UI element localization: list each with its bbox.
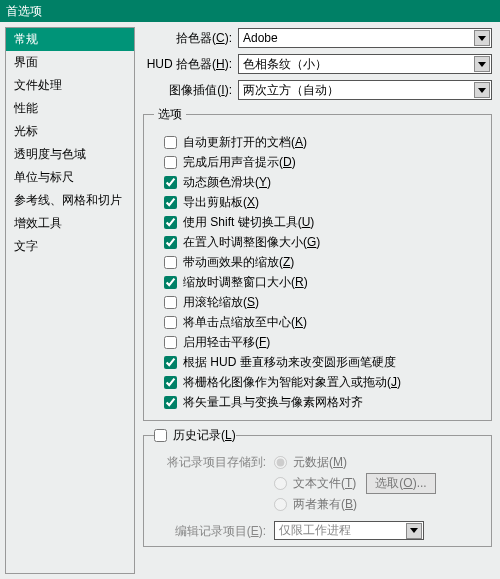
option-checkbox[interactable] [164,256,177,269]
option-label: 根据 HUD 垂直移动来改变圆形画笔硬度 [183,354,396,371]
history-enable-checkbox[interactable] [154,429,167,442]
history-radio-label: 两者兼有(B) [293,496,357,513]
history-radio-label: 元数据(M) [293,454,347,471]
chevron-down-icon [474,56,490,72]
option-label: 使用 Shift 键切换工具(U) [183,214,314,231]
history-edit-combo[interactable]: 仅限工作进程 [274,521,424,540]
history-radio[interactable] [274,456,287,469]
options-group: 选项 自动更新打开的文档(A)完成后用声音提示(D)动态颜色滑块(Y)导出剪贴板… [143,106,492,421]
sidebar-item[interactable]: 光标 [6,120,134,143]
option-row[interactable]: 用滚轮缩放(S) [164,294,481,311]
image-interp-combo[interactable]: 两次立方（自动） [238,80,492,100]
option-row[interactable]: 根据 HUD 垂直移动来改变圆形画笔硬度 [164,354,481,371]
chevron-down-icon [406,523,422,539]
window-title: 首选项 [0,0,500,22]
option-checkbox[interactable] [164,296,177,309]
sidebar-item[interactable]: 性能 [6,97,134,120]
history-radio[interactable] [274,477,287,490]
sidebar-item[interactable]: 参考线、网格和切片 [6,189,134,212]
option-checkbox[interactable] [164,316,177,329]
option-label: 导出剪贴板(X) [183,194,259,211]
option-checkbox[interactable] [164,376,177,389]
image-interp-label: 图像插值(I): [143,82,238,99]
sidebar-item[interactable]: 界面 [6,51,134,74]
option-label: 完成后用声音提示(D) [183,154,296,171]
option-checkbox[interactable] [164,356,177,369]
option-row[interactable]: 导出剪贴板(X) [164,194,481,211]
option-label: 用滚轮缩放(S) [183,294,259,311]
sidebar-item[interactable]: 文件处理 [6,74,134,97]
history-saveto-label: 将记录项目存储到: [154,452,274,515]
option-row[interactable]: 完成后用声音提示(D) [164,154,481,171]
main-panel: 拾色器(C): Adobe HUD 拾色器(H): 色相条纹（小） 图像插值(I… [135,22,500,579]
option-checkbox[interactable] [164,176,177,189]
option-label: 将单击点缩放至中心(K) [183,314,307,331]
options-legend: 选项 [154,106,186,123]
option-row[interactable]: 使用 Shift 键切换工具(U) [164,214,481,231]
option-checkbox[interactable] [164,276,177,289]
history-group: 历史记录(L) 将记录项目存储到: 元数据(M)文本文件(T)选取(O)...两… [143,427,492,547]
history-radio-row[interactable]: 文本文件(T)选取(O)... [274,473,481,494]
chevron-down-icon [474,30,490,46]
sidebar-item[interactable]: 常规 [6,28,134,51]
sidebar-item[interactable]: 文字 [6,235,134,258]
option-label: 将栅格化图像作为智能对象置入或拖动(J) [183,374,401,391]
history-choose-button[interactable]: 选取(O)... [366,473,435,494]
history-radio-label: 文本文件(T) [293,475,356,492]
option-row[interactable]: 将栅格化图像作为智能对象置入或拖动(J) [164,374,481,391]
history-enable-label: 历史记录(L) [173,427,236,444]
option-row[interactable]: 在置入时调整图像大小(G) [164,234,481,251]
history-edit-label: 编辑记录项目(E): [154,521,274,540]
option-label: 自动更新打开的文档(A) [183,134,307,151]
option-row[interactable]: 动态颜色滑块(Y) [164,174,481,191]
color-picker-label: 拾色器(C): [143,30,238,47]
sidebar-item[interactable]: 透明度与色域 [6,143,134,166]
option-row[interactable]: 带动画效果的缩放(Z) [164,254,481,271]
option-checkbox[interactable] [164,216,177,229]
option-label: 带动画效果的缩放(Z) [183,254,294,271]
option-label: 启用轻击平移(F) [183,334,270,351]
option-label: 将矢量工具与变换与像素网格对齐 [183,394,363,411]
history-radio-row[interactable]: 两者兼有(B) [274,496,481,513]
color-picker-combo[interactable]: Adobe [238,28,492,48]
option-label: 在置入时调整图像大小(G) [183,234,320,251]
option-label: 动态颜色滑块(Y) [183,174,271,191]
category-sidebar: 常规界面文件处理性能光标透明度与色域单位与标尺参考线、网格和切片增效工具文字 [5,27,135,574]
option-checkbox[interactable] [164,196,177,209]
option-checkbox[interactable] [164,336,177,349]
option-label: 缩放时调整窗口大小(R) [183,274,308,291]
option-row[interactable]: 缩放时调整窗口大小(R) [164,274,481,291]
history-radio-row[interactable]: 元数据(M) [274,454,481,471]
history-radio[interactable] [274,498,287,511]
hud-picker-label: HUD 拾色器(H): [143,56,238,73]
sidebar-item[interactable]: 增效工具 [6,212,134,235]
option-checkbox[interactable] [164,136,177,149]
option-row[interactable]: 启用轻击平移(F) [164,334,481,351]
option-checkbox[interactable] [164,156,177,169]
hud-picker-combo[interactable]: 色相条纹（小） [238,54,492,74]
option-checkbox[interactable] [164,396,177,409]
sidebar-item[interactable]: 单位与标尺 [6,166,134,189]
option-row[interactable]: 自动更新打开的文档(A) [164,134,481,151]
option-checkbox[interactable] [164,236,177,249]
option-row[interactable]: 将单击点缩放至中心(K) [164,314,481,331]
chevron-down-icon [474,82,490,98]
option-row[interactable]: 将矢量工具与变换与像素网格对齐 [164,394,481,411]
